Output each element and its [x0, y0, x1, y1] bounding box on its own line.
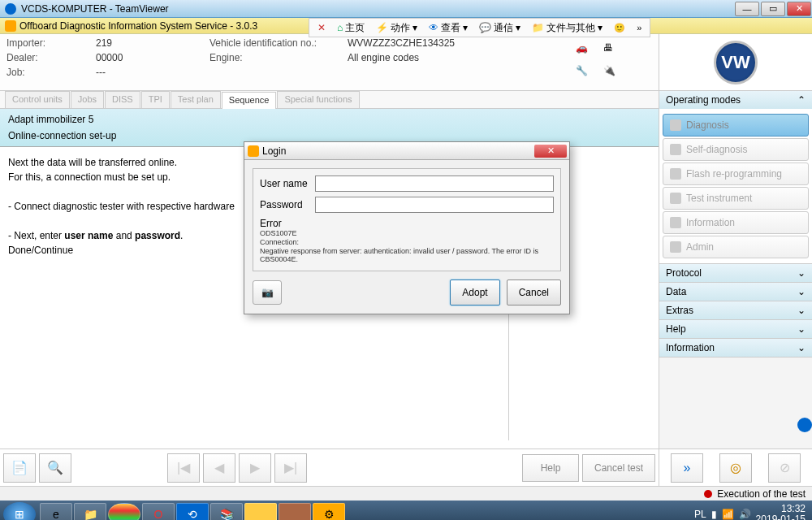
chevron-down-icon: ⌄ [797, 342, 806, 353]
camera-button[interactable]: 📷 [253, 280, 282, 305]
printer-icon[interactable]: 🖶 [603, 42, 624, 58]
error-box: Error ODS1007E Connection: Negative resp… [260, 218, 554, 264]
mode-admin[interactable]: Admin [663, 236, 809, 258]
tv-files-button[interactable]: 📁文件与其他▾ [527, 20, 607, 37]
vin-value: WVWZZZ3CZHE134325 [348, 37, 455, 49]
task-ie[interactable]: e [40, 503, 72, 520]
maximize-button[interactable]: ▭ [761, 2, 785, 16]
task-app2[interactable] [279, 503, 311, 520]
window-controls: — ▭ ✕ [734, 1, 812, 17]
importer-value: 219 [96, 37, 201, 49]
dialog-titlebar[interactable]: Login ✕ [244, 142, 569, 160]
diagnosis-icon [670, 119, 681, 131]
password-input[interactable] [315, 197, 554, 213]
section-protocol[interactable]: Protocol⌄ [659, 264, 812, 282]
tab-tpi[interactable]: TPI [141, 91, 170, 108]
sequence-subtitle: Online-connection set-up [8, 130, 650, 141]
tab-sequence[interactable]: Sequence [222, 92, 277, 109]
job-value: --- [96, 67, 201, 78]
tv-action-button[interactable]: ⚡动作▾ [371, 20, 422, 37]
tv-home-button[interactable]: ⌂主页 [332, 20, 369, 37]
dealer-label: Dealer: [6, 52, 96, 63]
task-chrome[interactable] [108, 503, 140, 520]
sequence-title: Adapt immobilizer 5 [8, 114, 650, 125]
dialog-close-button[interactable]: ✕ [534, 145, 567, 158]
tv-smiley-icon[interactable]: 🙂 [609, 21, 630, 35]
admin-icon [670, 241, 681, 253]
mode-test-instrument[interactable]: Test instrument [663, 187, 809, 210]
task-explorer[interactable]: 📁 [74, 503, 106, 520]
section-extras[interactable]: Extras⌄ [659, 301, 812, 319]
doc-icon-button[interactable]: 📄 [3, 453, 36, 483]
window-title: VCDS-KOMPUTER - TeamViewer [21, 3, 734, 15]
cancel-test-button[interactable]: Cancel test [582, 454, 655, 482]
mode-flash[interactable]: Flash re-programming [663, 162, 809, 185]
side-cancel-button[interactable]: ⊘ [768, 453, 801, 483]
prev-button[interactable]: ◀ [203, 453, 235, 483]
car-icon[interactable]: 🚗 [576, 42, 597, 58]
engine-value: All engine codes [348, 52, 419, 63]
teamviewer-side-icon[interactable] [797, 418, 812, 432]
tv-chevron-icon[interactable]: » [632, 21, 646, 34]
section-information[interactable]: Information⌄ [659, 339, 812, 357]
side-forward-button[interactable]: » [671, 453, 703, 483]
operating-modes-header[interactable]: Operating modes⌃ [659, 91, 812, 109]
start-button[interactable]: ⊞ [3, 502, 36, 520]
close-button[interactable]: ✕ [787, 2, 811, 16]
tab-jobs[interactable]: Jobs [71, 91, 104, 108]
info-icon [670, 217, 681, 228]
mode-diagnosis[interactable]: Diagnosis [663, 114, 809, 136]
importer-label: Importer: [6, 37, 96, 49]
tab-control-units[interactable]: Control units [5, 91, 70, 108]
wrench-icon[interactable]: 🔧 [576, 65, 597, 81]
adopt-button[interactable]: Adopt [450, 280, 499, 306]
engine-icon [5, 20, 16, 32]
section-data[interactable]: Data⌄ [659, 283, 812, 301]
engine-label: Engine: [209, 52, 348, 63]
task-winrar[interactable]: 📚 [210, 503, 243, 520]
zoom-icon-button[interactable]: 🔍 [39, 453, 71, 483]
mode-self-diagnosis[interactable]: Self-diagnosis [663, 138, 809, 161]
flash-icon [670, 168, 681, 180]
tray-net-icon[interactable]: 📶 [722, 509, 734, 520]
first-button[interactable]: |◀ [167, 453, 200, 483]
main-tabs: Control units Jobs DISS TPI Test plan Se… [0, 91, 659, 109]
last-button[interactable]: ▶| [274, 453, 307, 483]
minimize-button[interactable]: — [735, 2, 759, 16]
username-input[interactable] [315, 176, 554, 192]
task-odis[interactable]: ⚙ [313, 503, 345, 520]
tv-close-icon[interactable]: ✕ [313, 20, 330, 35]
vin-label: Vehicle identification no.: [209, 37, 348, 49]
tray-clock[interactable]: 13:32 2019-01-15 [756, 504, 806, 520]
window-titlebar: VCDS-KOMPUTER - TeamViewer — ▭ ✕ [0, 0, 812, 18]
self-diag-icon [670, 144, 681, 155]
app-subtitle: Offboard Diagnostic Information System S… [19, 20, 257, 32]
teamviewer-icon [5, 3, 16, 15]
cancel-button[interactable]: Cancel [507, 280, 561, 306]
mode-information[interactable]: Information [663, 211, 809, 234]
vehicle-header: Importer:219 Dealer:00000 Job:--- Vehicl… [0, 34, 659, 91]
tab-test-plan[interactable]: Test plan [171, 91, 221, 108]
chevron-down-icon: ⌄ [797, 323, 806, 335]
tray-lang[interactable]: PL [694, 509, 706, 520]
side-target-button[interactable]: ◎ [719, 453, 752, 483]
username-label: User name [260, 178, 315, 189]
tray-flag-icon[interactable]: ▮ [711, 509, 717, 520]
tab-diss[interactable]: DISS [105, 91, 140, 108]
next-button[interactable]: ▶ [239, 453, 271, 483]
vw-logo-icon: VW [714, 41, 758, 84]
tv-comm-button[interactable]: 💬通信▾ [474, 20, 525, 37]
chevron-down-icon: ⌄ [797, 305, 806, 316]
section-help[interactable]: Help⌄ [659, 320, 812, 338]
error-message: Negative response from server: authentic… [260, 247, 554, 265]
usb-icon[interactable]: 🔌 [603, 65, 624, 81]
chevron-down-icon: ⌄ [797, 286, 806, 297]
task-opera[interactable]: O [142, 503, 175, 520]
job-label: Job: [6, 67, 96, 78]
tray-vol-icon[interactable]: 🔊 [739, 509, 751, 520]
help-button[interactable]: Help [522, 454, 579, 482]
tv-view-button[interactable]: 👁查看▾ [424, 20, 473, 37]
task-app1[interactable] [244, 503, 277, 520]
task-teamviewer[interactable]: ⟲ [176, 503, 209, 520]
tab-special-functions[interactable]: Special functions [277, 91, 359, 108]
